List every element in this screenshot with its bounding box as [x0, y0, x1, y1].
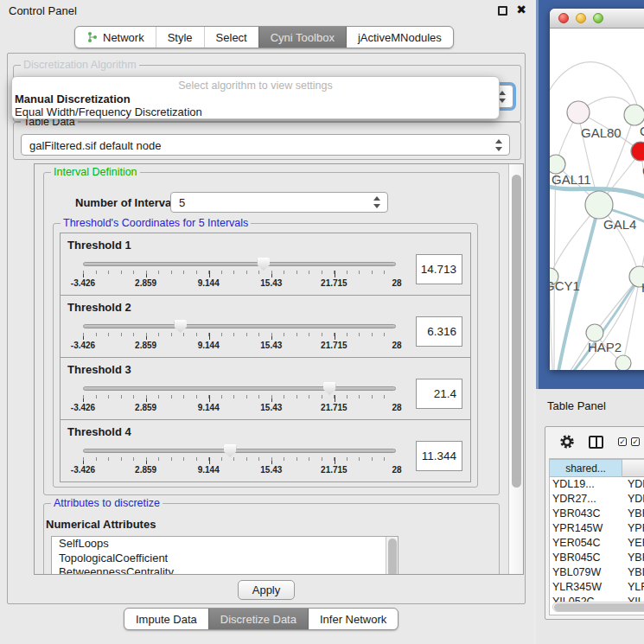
node-table: shared... na YDL19...YDL1 YDR27...YDR2 Y…: [549, 458, 644, 615]
number-of-intervals-label: Number of Intervals: [75, 196, 181, 209]
node-hap2[interactable]: [586, 324, 603, 341]
scrollbar-thumb[interactable]: [512, 175, 521, 488]
threshold-2-value-field[interactable]: 6.316: [416, 316, 462, 347]
table-row[interactable]: YBL079WYBL0: [550, 565, 644, 580]
threshold-3-slider-thumb[interactable]: [323, 382, 336, 395]
threshold-1-label: Threshold 1: [67, 239, 131, 252]
apply-button[interactable]: Apply: [238, 580, 295, 600]
right-panel: GAL80 GA C GAL11 GAL4 GCY1 H HAP2 Table …: [536, 0, 644, 644]
node-top-right[interactable]: [624, 105, 644, 125]
discretization-algorithm-title: Discretization Algorithm: [21, 59, 139, 71]
close-icon[interactable]: ✖: [516, 3, 526, 16]
table-row[interactable]: YPR145WYPR1: [550, 521, 644, 536]
control-panel-titlebar: Control Panel ✖: [0, 0, 533, 21]
table-panel: ✓ ✓ shared... na YDL19...YDL1 YDR27...YD…: [545, 426, 644, 620]
close-traffic-light-icon[interactable]: [558, 13, 569, 23]
main-vertical-scrollbar[interactable]: [508, 164, 523, 574]
numerical-attributes-list[interactable]: SelfLoops TopologicalCoefficient Between…: [51, 536, 399, 575]
node-bottom[interactable]: [615, 355, 631, 370]
number-of-intervals-value: 5: [179, 196, 185, 209]
slider-ticks: [83, 333, 397, 340]
tab-jactivemnodules[interactable]: jActiveMNodules: [347, 27, 453, 48]
threshold-4-slider-thumb[interactable]: [224, 444, 237, 457]
list-item[interactable]: BetweennessCentrality: [52, 565, 398, 575]
table-row[interactable]: YLR345WYLR3: [550, 580, 644, 595]
dropdown-option-manual[interactable]: Manual Discretization: [15, 92, 131, 105]
threshold-1-slider[interactable]: [83, 262, 396, 266]
numerical-attributes-label: Numerical Attributes: [46, 518, 156, 531]
table-row[interactable]: YDL19...YDL1: [550, 477, 644, 492]
threshold-4-slider[interactable]: [83, 449, 396, 453]
network-window-frame: GAL80 GA C GAL11 GAL4 GCY1 H HAP2: [536, 0, 644, 389]
node-label: GA: [640, 124, 644, 138]
slider-ticks: [83, 395, 397, 402]
threshold-3-value-field[interactable]: 21.4: [416, 379, 462, 409]
tab-discretize-data[interactable]: Discretize Data: [208, 609, 309, 629]
node-red-selected[interactable]: [631, 142, 644, 161]
table-row[interactable]: YBR043CYBR0: [550, 507, 644, 521]
tab-select[interactable]: Select: [204, 27, 258, 48]
slider-scale-labels: -3.426 2.859 9.144 15.43 21.715 28: [83, 403, 397, 413]
list-item[interactable]: SelfLoops: [52, 537, 398, 552]
tab-style[interactable]: Style: [156, 27, 204, 48]
threshold-2-label: Threshold 2: [67, 301, 131, 314]
gear-icon[interactable]: [559, 434, 575, 450]
node-pink[interactable]: [567, 101, 590, 124]
tab-network-label: Network: [103, 27, 144, 48]
threshold-3-box: Threshold 3 -3.426 2.859 9.144 15.43 21.…: [60, 357, 471, 420]
interval-definition-title: Interval Definition: [51, 166, 140, 178]
tab-network[interactable]: Network: [75, 27, 156, 48]
node-label: HAP2: [588, 340, 622, 354]
node-gal11[interactable]: [550, 155, 565, 174]
table-row[interactable]: YDR27...YDR2: [550, 492, 644, 507]
tab-cyni-toolbox[interactable]: Cyni Toolbox: [258, 27, 347, 48]
scrollbar-thumb[interactable]: [554, 603, 644, 611]
threshold-2-slider-thumb[interactable]: [174, 320, 187, 333]
threshold-2-slider[interactable]: [83, 324, 396, 328]
panel-title: Control Panel: [9, 4, 77, 17]
minimize-traffic-light-icon[interactable]: [576, 13, 586, 23]
node-label: GCY1: [550, 278, 580, 293]
float-window-icon[interactable]: [498, 6, 507, 16]
zoom-traffic-light-icon[interactable]: [593, 13, 603, 23]
number-of-intervals-combobox[interactable]: 5: [170, 192, 388, 213]
threshold-2-box: Threshold 2 -3.426 2.859 9.144 15.43 21.…: [60, 295, 471, 358]
threshold-4-label: Threshold 4: [67, 425, 131, 438]
dropdown-hint: Select algorithm to view settings: [12, 80, 499, 92]
attributes-group: Attributes to discretize Numerical Attri…: [43, 503, 500, 575]
threshold-4-box: Threshold 4 -3.426 2.859 9.144 15.43 21.…: [60, 419, 471, 482]
slider-scale-labels: -3.426 2.859 9.144 15.43 21.715 28: [83, 278, 397, 289]
combo-arrows-icon: [499, 91, 507, 103]
checkbox-icon[interactable]: ✓: [631, 437, 640, 446]
table-toolbar: ✓ ✓: [545, 427, 644, 458]
top-tab-bar: Network Style Select Cyni Toolbox jActiv…: [74, 26, 454, 48]
table-data-combobox[interactable]: galFiltered.sif default node: [21, 134, 510, 156]
network-graph: GAL80 GA C GAL11 GAL4 GCY1 H HAP2: [550, 29, 644, 370]
list-item[interactable]: TopologicalCoefficient: [52, 552, 398, 566]
network-icon: [86, 31, 99, 43]
column-header-name[interactable]: na: [622, 459, 644, 477]
attributes-group-title: Attributes to discretize: [51, 497, 163, 509]
threshold-4-value-field[interactable]: 11.344: [416, 441, 462, 471]
threshold-1-slider-thumb[interactable]: [257, 258, 270, 271]
tab-impute-data[interactable]: Impute Data: [124, 609, 208, 629]
list-vertical-scrollbar[interactable]: [386, 537, 398, 575]
table-row[interactable]: YBR045CYBR0: [550, 551, 644, 565]
checkbox-icon[interactable]: ✓: [618, 437, 627, 446]
network-canvas[interactable]: GAL80 GA C GAL11 GAL4 GCY1 H HAP2: [550, 29, 644, 370]
split-columns-icon[interactable]: [589, 436, 603, 449]
column-header-shared-name[interactable]: shared...: [550, 459, 622, 477]
table-panel-title: Table Panel: [547, 399, 606, 412]
dropdown-option-equal-width[interactable]: Equal Width/Frequency Discretization: [15, 105, 202, 118]
network-window-titlebar[interactable]: [550, 9, 644, 29]
table-row[interactable]: YER054CYER0: [550, 536, 644, 551]
bottom-tab-bar: Impute Data Discretize Data Infer Networ…: [124, 608, 399, 630]
cyni-toolbox-content: Discretization Algorithm Select algorith…: [7, 53, 526, 604]
table-horizontal-scrollbar[interactable]: [552, 602, 644, 612]
node-label: GAL80: [581, 125, 622, 140]
threshold-3-slider[interactable]: [83, 386, 396, 391]
threshold-1-value-field[interactable]: 14.713: [416, 254, 462, 284]
tab-infer-network[interactable]: Infer Network: [309, 609, 398, 629]
node-gal4[interactable]: [585, 191, 613, 219]
control-panel: Control Panel ✖ Network Style Select Cyn…: [0, 0, 533, 644]
